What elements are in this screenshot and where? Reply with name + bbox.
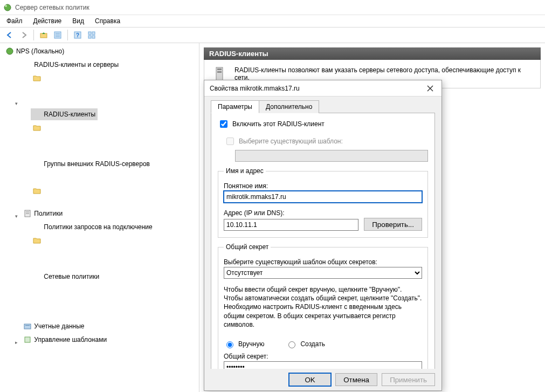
svg-rect-18 [25, 325, 30, 326]
tree-panel: NPS (Локально) ▾ RADIUS-клиенты и сервер… [0, 43, 199, 392]
menu-action[interactable]: Действие [29, 16, 66, 26]
menu-bar: Файл Действие Вид Справка [0, 15, 545, 27]
tree-remote-groups-label: Группы внешних RADIUS-серверов [44, 159, 150, 169]
dialog-tabs: Параметры Дополнительно [211, 100, 435, 113]
group-shared-secret-legend: Общий секрет [224, 243, 271, 251]
svg-rect-10 [92, 32, 95, 35]
tree-policies[interactable]: Политики [21, 208, 65, 219]
svg-rect-11 [88, 36, 91, 38]
forward-icon[interactable] [17, 29, 30, 42]
template-icon [23, 335, 32, 344]
chevron-right-icon[interactable]: ▸ [13, 339, 19, 346]
template-checkbox: Выберите существующий шаблон: [224, 136, 343, 147]
svg-rect-17 [24, 324, 31, 329]
menu-help[interactable]: Справка [91, 16, 125, 26]
template-checkbox-label: Выберите существующий шаблон: [239, 137, 343, 145]
tree-remote-groups[interactable]: Группы внешних RADIUS-серверов [31, 158, 152, 170]
folder-open-icon [23, 60, 32, 69]
apply-button[interactable]: Применить [382, 373, 435, 386]
window-titlebar: Сервер сетевых политик [0, 0, 545, 15]
svg-rect-12 [92, 36, 95, 38]
toolbar-separator [67, 30, 68, 40]
enable-client-label: Включить этот RADIUS-клиент [232, 120, 325, 128]
toolbar-separator [33, 30, 34, 40]
ok-button[interactable]: OK [289, 373, 331, 386]
secret-template-combo[interactable]: Отсутствует [224, 267, 422, 279]
address-input[interactable] [224, 219, 358, 231]
dialog-title: Свойства mikrotik.mmaks17.ru [210, 85, 300, 92]
content-panel: RADIUS-клиенты RADIUS-клиенты позволяют … [199, 43, 545, 392]
address-label: Адрес (IP или DNS): [224, 209, 422, 217]
svg-point-13 [6, 48, 13, 54]
tab-advanced[interactable]: Дополнительно [259, 100, 319, 113]
group-shared-secret: Общий секрет Выберите существующий шабло… [218, 243, 428, 369]
accounting-icon [23, 322, 32, 331]
tree-radius-clients[interactable]: RADIUS-клиенты [31, 108, 98, 120]
chevron-down-icon[interactable]: ▾ [13, 100, 19, 107]
svg-rect-22 [217, 71, 222, 73]
template-checkbox-input [226, 137, 234, 145]
svg-text:?: ? [76, 32, 79, 38]
tab-parameters[interactable]: Параметры [211, 100, 259, 113]
help-icon[interactable]: ? [71, 29, 84, 42]
tree-root[interactable]: NPS (Локально) [3, 45, 66, 57]
enable-client-checkbox[interactable]: Включить этот RADIUS-клиент [218, 119, 325, 129]
dialog-titlebar: Свойства mikrotik.mmaks17.ru [204, 80, 441, 97]
server-icon [212, 66, 227, 81]
folder-icon [33, 272, 42, 281]
tile-icon[interactable] [85, 29, 98, 42]
enable-client-input[interactable] [220, 120, 227, 128]
window-title: Сервер сетевых политик [15, 4, 89, 11]
close-icon[interactable] [422, 82, 438, 94]
menu-view[interactable]: Вид [68, 16, 88, 26]
tree-net-policies[interactable]: Сетевые политики [31, 271, 101, 283]
tree-template-mgmt[interactable]: Управление шаблонами [21, 334, 109, 346]
dialog-footer: OK Отмена Применить [204, 369, 441, 390]
svg-rect-21 [217, 68, 222, 70]
secret-label: Общий секрет: [224, 353, 422, 360]
template-combo [235, 150, 428, 162]
tree-conn-policies[interactable]: Политики запросов на подключение [31, 221, 154, 233]
svg-point-1 [5, 5, 7, 7]
tree-template-mgmt-label: Управление шаблонами [34, 334, 107, 345]
back-icon[interactable] [3, 29, 16, 42]
secret-hint: Чтобы ввести общий секрет вручную, щелкн… [224, 285, 422, 329]
nps-icon [5, 47, 14, 56]
tree-net-policies-label: Сетевые политики [44, 271, 99, 282]
friendly-name-input[interactable] [224, 191, 422, 203]
svg-rect-2 [40, 33, 47, 38]
cancel-button[interactable]: Отмена [335, 373, 377, 386]
tree-radius-clients-label: RADIUS-клиенты [44, 109, 95, 120]
radio-manual[interactable]: Вручную [224, 340, 264, 348]
svg-rect-19 [25, 337, 30, 342]
secret-input[interactable] [224, 361, 422, 369]
toolbar: ? [0, 27, 545, 43]
menu-file[interactable]: Файл [2, 16, 27, 26]
folder-up-icon[interactable] [37, 29, 50, 42]
verify-button[interactable]: Проверить... [364, 218, 422, 231]
properties-dialog: Свойства mikrotik.mmaks17.ru Параметры Д… [204, 80, 442, 391]
tree-clients-servers[interactable]: RADIUS-клиенты и серверы [21, 59, 121, 71]
app-icon [3, 3, 12, 12]
content-description: RADIUS-клиенты позволяют вам указать сер… [234, 66, 533, 81]
folder-icon [33, 223, 42, 231]
chevron-down-icon[interactable]: ▾ [13, 213, 19, 219]
tree-clients-servers-label: RADIUS-клиенты и серверы [34, 59, 119, 70]
policies-icon [23, 209, 32, 218]
radio-generate[interactable]: Создать [286, 340, 325, 348]
properties-icon[interactable] [51, 29, 64, 42]
folder-icon [33, 110, 42, 119]
friendly-name-label: Понятное имя: [224, 182, 422, 190]
tree-accounting[interactable]: Учетные данные [21, 320, 86, 332]
svg-rect-9 [88, 32, 91, 35]
tree-conn-policies-label: Политики запросов на подключение [44, 222, 152, 232]
tabpage-parameters: Включить этот RADIUS-клиент Выберите сущ… [211, 113, 435, 369]
group-name-address: Имя и адрес Понятное имя: Адрес (IP или … [218, 167, 428, 238]
content-header: RADIUS-клиенты [204, 47, 541, 60]
secret-template-label: Выберите существующий шаблон общих секре… [224, 258, 422, 266]
group-name-address-legend: Имя и адрес [224, 167, 266, 175]
folder-icon [33, 160, 42, 168]
tree-accounting-label: Учетные данные [34, 321, 84, 332]
